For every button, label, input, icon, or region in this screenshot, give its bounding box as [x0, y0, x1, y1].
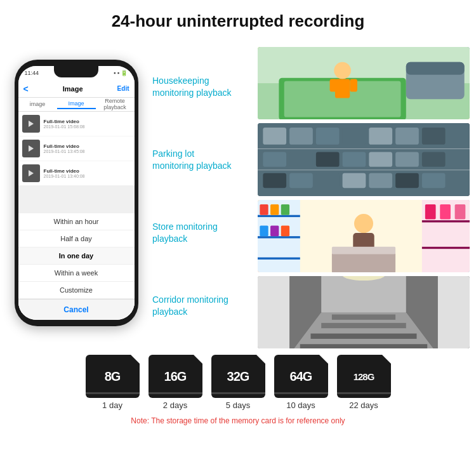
tab-remote-playback[interactable]: Remote playback [96, 98, 135, 112]
svg-point-4 [334, 62, 351, 79]
sd-size-32g: 32G [227, 369, 249, 384]
svg-rect-64 [332, 314, 395, 319]
tab-image[interactable]: image [18, 101, 57, 109]
svg-rect-42 [260, 225, 268, 236]
right-section: Housekeepingmonitoring playback Parking … [152, 37, 470, 348]
main-content: 11:44 ▪ ▪ 🔋 < Image Edit image Image Rem… [0, 37, 476, 348]
svg-rect-13 [263, 128, 286, 145]
dropdown-item-5[interactable]: Customize [18, 282, 135, 299]
phone-screen: 11:44 ▪ ▪ 🔋 < Image Edit image Image Rem… [18, 66, 135, 320]
svg-rect-17 [369, 128, 392, 145]
dropdown-overlay: Within an hour Half a day In one day Wit… [18, 213, 135, 320]
screen-title: Image [63, 85, 83, 93]
cancel-button[interactable]: Cancel [18, 299, 135, 320]
svg-rect-54 [332, 246, 395, 254]
video-title-3: Full-time video [44, 168, 85, 174]
svg-rect-23 [343, 152, 366, 167]
video-item-2[interactable]: Full-time video 2019-01-01 13:45:08 [18, 136, 135, 161]
label-store: Store monitoringplayback [152, 221, 254, 244]
svg-rect-18 [395, 128, 419, 145]
svg-rect-63 [321, 323, 406, 328]
svg-rect-19 [422, 128, 446, 145]
svg-rect-21 [289, 152, 313, 167]
svg-rect-44 [281, 225, 289, 236]
svg-rect-57 [438, 276, 470, 348]
app-navbar: < Image Edit [18, 80, 135, 98]
phone-section: 11:44 ▪ ▪ 🔋 < Image Edit image Image Rem… [6, 37, 146, 348]
sd-card-64g: 64G [274, 355, 328, 398]
svg-rect-29 [316, 173, 340, 188]
sd-card-32g: 32G [211, 355, 265, 398]
svg-rect-53 [332, 252, 395, 272]
video-item-1[interactable]: Full-time video 2019-01-01 15:68:08 [18, 112, 135, 136]
dropdown-item-3[interactable]: In one day [18, 248, 135, 265]
svg-rect-31 [369, 173, 392, 188]
svg-rect-49 [440, 204, 451, 219]
svg-point-51 [354, 214, 373, 233]
label-parking: Parking lotmonitoring playback [152, 148, 254, 171]
video-info-2: Full-time video 2019-01-01 13:45:08 [44, 143, 85, 154]
svg-rect-32 [395, 173, 419, 188]
svg-rect-48 [425, 204, 436, 219]
svg-rect-26 [422, 152, 446, 167]
page-title: 24-hour uninterrupted recording [13, 11, 463, 31]
svg-rect-41 [281, 204, 289, 215]
camera-image-housekeeping [258, 47, 470, 119]
video-date-1: 2019-01-01 15:68:08 [44, 124, 85, 129]
sd-days-128g: 22 days [349, 400, 378, 410]
camera-image-corridor [258, 276, 470, 348]
sd-size-128g: 128G [354, 371, 374, 382]
sd-days-16g: 2 days [163, 400, 187, 410]
sd-size-16g: 16G [164, 369, 187, 384]
video-thumb-3 [22, 164, 40, 182]
svg-rect-50 [455, 204, 466, 219]
svg-rect-14 [289, 128, 313, 145]
status-icons: ▪ ▪ 🔋 [114, 70, 128, 76]
svg-rect-62 [311, 333, 417, 338]
label-housekeeping: Housekeepingmonitoring playback [152, 75, 254, 98]
dropdown-item-1[interactable]: Within an hour [18, 213, 135, 230]
svg-rect-6 [330, 79, 338, 91]
phone-notch [54, 66, 98, 77]
sd-days-8g: 1 day [102, 400, 122, 410]
svg-rect-56 [258, 276, 289, 348]
dropdown-menu: Within an hour Half a day In one day Wit… [18, 213, 135, 320]
svg-rect-30 [343, 173, 366, 188]
images-column [258, 44, 470, 348]
sd-card-item-64g: 64G 10 days [274, 355, 328, 410]
app-tabs: image Image Remote playback [18, 98, 135, 112]
video-info-1: Full-time video 2019-01-01 15:68:08 [44, 119, 85, 129]
svg-rect-24 [369, 152, 392, 167]
svg-rect-33 [422, 173, 446, 188]
label-corridor: Corridor monitoringplayback [152, 294, 254, 317]
svg-rect-15 [316, 128, 340, 145]
phone-mockup: 11:44 ▪ ▪ 🔋 < Image Edit image Image Rem… [15, 60, 138, 326]
svg-rect-40 [270, 204, 279, 215]
svg-rect-36 [258, 215, 300, 216]
dropdown-item-2[interactable]: Half a day [18, 230, 135, 248]
video-list: Full-time video 2019-01-01 15:68:08 Full… [18, 112, 135, 185]
edit-button[interactable]: Edit [117, 85, 129, 92]
sd-card-item-32g: 32G 5 days [211, 355, 265, 410]
video-thumb-2 [22, 140, 40, 157]
back-button[interactable]: < [23, 84, 29, 94]
sd-size-64g: 64G [290, 369, 312, 384]
svg-rect-22 [316, 152, 340, 167]
svg-rect-16 [343, 128, 366, 145]
play-icon-2 [29, 145, 34, 152]
sd-card-8g: 8G [86, 355, 140, 398]
svg-rect-5 [335, 79, 350, 98]
tab-image-active[interactable]: Image [57, 100, 96, 109]
sd-size-8g: 8G [105, 369, 121, 384]
time-display: 11:44 [25, 70, 39, 76]
sd-section: 8G 1 day 16G 2 days 32G 5 days 64G 10 da… [0, 348, 476, 428]
dropdown-item-4[interactable]: Within a week [18, 265, 135, 282]
video-item-3[interactable]: Full-time video 2019-01-01 13:40:08 [18, 161, 135, 185]
video-title-2: Full-time video [44, 143, 85, 149]
svg-rect-37 [258, 236, 300, 238]
video-date-3: 2019-01-01 13:40:08 [44, 174, 85, 178]
svg-rect-27 [263, 173, 286, 188]
svg-rect-25 [395, 152, 419, 167]
sd-card-16g: 16G [149, 355, 202, 398]
play-icon-3 [29, 170, 34, 176]
